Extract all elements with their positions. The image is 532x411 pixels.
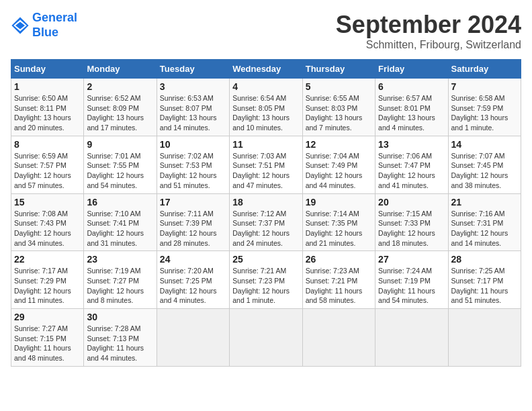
day-info: Sunrise: 6:55 AM Sunset: 8:03 PM Dayligh… bbox=[306, 93, 372, 133]
day-info: Sunrise: 7:20 AM Sunset: 7:25 PM Dayligh… bbox=[160, 266, 226, 306]
table-cell bbox=[375, 309, 448, 367]
week-row-1: 1Sunrise: 6:50 AM Sunset: 8:11 PM Daylig… bbox=[11, 79, 521, 136]
day-info: Sunrise: 6:52 AM Sunset: 8:09 PM Dayligh… bbox=[87, 93, 153, 133]
day-info: Sunrise: 7:16 AM Sunset: 7:31 PM Dayligh… bbox=[451, 209, 518, 248]
page-title: September 2024 bbox=[336, 11, 521, 39]
day-number: 24 bbox=[160, 254, 226, 265]
table-cell: 5Sunrise: 6:55 AM Sunset: 8:03 PM Daylig… bbox=[302, 79, 375, 136]
day-number: 8 bbox=[14, 139, 81, 150]
table-cell: 4Sunrise: 6:54 AM Sunset: 8:05 PM Daylig… bbox=[230, 79, 302, 136]
table-cell: 10Sunrise: 7:02 AM Sunset: 7:53 PM Dayli… bbox=[157, 136, 229, 193]
day-number: 26 bbox=[306, 254, 372, 265]
table-cell: 15Sunrise: 7:08 AM Sunset: 7:43 PM Dayli… bbox=[11, 193, 84, 251]
day-number: 30 bbox=[87, 312, 153, 322]
day-number: 12 bbox=[306, 139, 372, 150]
table-cell: 13Sunrise: 7:06 AM Sunset: 7:47 PM Dayli… bbox=[375, 136, 448, 193]
table-cell: 27Sunrise: 7:24 AM Sunset: 7:19 PM Dayli… bbox=[375, 251, 448, 309]
table-cell: 19Sunrise: 7:14 AM Sunset: 7:35 PM Dayli… bbox=[302, 193, 375, 251]
col-wednesday: Wednesday bbox=[230, 60, 302, 79]
day-number: 10 bbox=[160, 139, 226, 150]
day-number: 15 bbox=[14, 197, 81, 208]
table-cell: 2Sunrise: 6:52 AM Sunset: 8:09 PM Daylig… bbox=[84, 79, 157, 136]
table-cell bbox=[448, 309, 521, 367]
day-info: Sunrise: 7:12 AM Sunset: 7:37 PM Dayligh… bbox=[232, 209, 299, 248]
day-number: 1 bbox=[14, 81, 81, 92]
day-number: 7 bbox=[451, 81, 518, 92]
logo-text: General Blue bbox=[32, 11, 77, 40]
day-number: 16 bbox=[87, 197, 153, 208]
table-cell: 26Sunrise: 7:23 AM Sunset: 7:21 PM Dayli… bbox=[302, 251, 375, 309]
table-cell: 20Sunrise: 7:15 AM Sunset: 7:33 PM Dayli… bbox=[375, 193, 448, 251]
col-sunday: Sunday bbox=[11, 60, 84, 79]
day-info: Sunrise: 7:03 AM Sunset: 7:51 PM Dayligh… bbox=[232, 151, 299, 191]
day-info: Sunrise: 6:59 AM Sunset: 7:57 PM Dayligh… bbox=[14, 151, 81, 191]
day-info: Sunrise: 6:50 AM Sunset: 8:11 PM Dayligh… bbox=[14, 93, 81, 133]
table-cell: 17Sunrise: 7:11 AM Sunset: 7:39 PM Dayli… bbox=[157, 193, 229, 251]
table-cell: 24Sunrise: 7:20 AM Sunset: 7:25 PM Dayli… bbox=[157, 251, 229, 309]
day-info: Sunrise: 7:11 AM Sunset: 7:39 PM Dayligh… bbox=[160, 209, 226, 248]
table-cell: 30Sunrise: 7:28 AM Sunset: 7:13 PM Dayli… bbox=[84, 309, 157, 367]
table-cell: 11Sunrise: 7:03 AM Sunset: 7:51 PM Dayli… bbox=[230, 136, 302, 193]
day-number: 17 bbox=[160, 197, 226, 208]
week-row-2: 8Sunrise: 6:59 AM Sunset: 7:57 PM Daylig… bbox=[11, 136, 521, 193]
day-number: 28 bbox=[451, 254, 518, 265]
day-info: Sunrise: 7:01 AM Sunset: 7:55 PM Dayligh… bbox=[87, 151, 153, 191]
table-cell: 14Sunrise: 7:07 AM Sunset: 7:45 PM Dayli… bbox=[448, 136, 521, 193]
table-cell: 6Sunrise: 6:57 AM Sunset: 8:01 PM Daylig… bbox=[375, 79, 448, 136]
week-row-3: 15Sunrise: 7:08 AM Sunset: 7:43 PM Dayli… bbox=[11, 193, 521, 251]
day-number: 14 bbox=[451, 139, 518, 150]
day-info: Sunrise: 7:07 AM Sunset: 7:45 PM Dayligh… bbox=[451, 151, 518, 191]
header-row: Sunday Monday Tuesday Wednesday Thursday… bbox=[11, 60, 521, 79]
table-cell: 12Sunrise: 7:04 AM Sunset: 7:49 PM Dayli… bbox=[302, 136, 375, 193]
table-cell: 16Sunrise: 7:10 AM Sunset: 7:41 PM Dayli… bbox=[84, 193, 157, 251]
table-cell: 18Sunrise: 7:12 AM Sunset: 7:37 PM Dayli… bbox=[230, 193, 302, 251]
table-cell: 3Sunrise: 6:53 AM Sunset: 8:07 PM Daylig… bbox=[157, 79, 229, 136]
col-saturday: Saturday bbox=[448, 60, 521, 79]
day-number: 19 bbox=[306, 197, 372, 208]
logo-icon bbox=[11, 16, 30, 35]
day-number: 20 bbox=[378, 197, 445, 208]
day-info: Sunrise: 7:25 AM Sunset: 7:17 PM Dayligh… bbox=[451, 266, 518, 306]
day-info: Sunrise: 7:23 AM Sunset: 7:21 PM Dayligh… bbox=[306, 266, 372, 306]
table-cell: 22Sunrise: 7:17 AM Sunset: 7:29 PM Dayli… bbox=[11, 251, 84, 309]
day-info: Sunrise: 6:53 AM Sunset: 8:07 PM Dayligh… bbox=[160, 93, 226, 133]
day-number: 9 bbox=[87, 139, 153, 150]
day-number: 18 bbox=[232, 197, 299, 208]
day-number: 29 bbox=[14, 312, 81, 322]
day-info: Sunrise: 7:06 AM Sunset: 7:47 PM Dayligh… bbox=[378, 151, 445, 191]
day-number: 13 bbox=[378, 139, 445, 150]
week-row-5: 29Sunrise: 7:27 AM Sunset: 7:15 PM Dayli… bbox=[11, 309, 521, 367]
day-info: Sunrise: 7:17 AM Sunset: 7:29 PM Dayligh… bbox=[14, 266, 81, 306]
day-info: Sunrise: 7:15 AM Sunset: 7:33 PM Dayligh… bbox=[378, 209, 445, 248]
day-number: 3 bbox=[160, 81, 226, 92]
week-row-4: 22Sunrise: 7:17 AM Sunset: 7:29 PM Dayli… bbox=[11, 251, 521, 309]
col-friday: Friday bbox=[375, 60, 448, 79]
day-info: Sunrise: 7:08 AM Sunset: 7:43 PM Dayligh… bbox=[14, 209, 81, 248]
table-cell bbox=[157, 309, 229, 367]
day-info: Sunrise: 6:57 AM Sunset: 8:01 PM Dayligh… bbox=[378, 93, 445, 133]
day-info: Sunrise: 7:10 AM Sunset: 7:41 PM Dayligh… bbox=[87, 209, 153, 248]
day-info: Sunrise: 7:19 AM Sunset: 7:27 PM Dayligh… bbox=[87, 266, 153, 306]
day-number: 5 bbox=[306, 81, 372, 92]
calendar-table: Sunday Monday Tuesday Wednesday Thursday… bbox=[11, 59, 521, 367]
day-number: 6 bbox=[378, 81, 445, 92]
table-cell bbox=[230, 309, 302, 367]
table-cell: 29Sunrise: 7:27 AM Sunset: 7:15 PM Dayli… bbox=[11, 309, 84, 367]
day-number: 2 bbox=[87, 81, 153, 92]
day-number: 25 bbox=[232, 254, 299, 265]
table-cell: 25Sunrise: 7:21 AM Sunset: 7:23 PM Dayli… bbox=[230, 251, 302, 309]
title-area: September 2024 Schmitten, Fribourg, Swit… bbox=[336, 11, 521, 51]
col-thursday: Thursday bbox=[302, 60, 375, 79]
day-info: Sunrise: 7:27 AM Sunset: 7:15 PM Dayligh… bbox=[14, 324, 81, 363]
day-info: Sunrise: 6:58 AM Sunset: 7:59 PM Dayligh… bbox=[451, 93, 518, 133]
day-info: Sunrise: 6:54 AM Sunset: 8:05 PM Dayligh… bbox=[232, 93, 299, 133]
table-cell: 28Sunrise: 7:25 AM Sunset: 7:17 PM Dayli… bbox=[448, 251, 521, 309]
day-number: 4 bbox=[232, 81, 299, 92]
table-cell: 7Sunrise: 6:58 AM Sunset: 7:59 PM Daylig… bbox=[448, 79, 521, 136]
day-info: Sunrise: 7:04 AM Sunset: 7:49 PM Dayligh… bbox=[306, 151, 372, 191]
page-header: General Blue September 2024 Schmitten, F… bbox=[11, 11, 521, 51]
day-number: 21 bbox=[451, 197, 518, 208]
day-number: 22 bbox=[14, 254, 81, 265]
table-cell: 8Sunrise: 6:59 AM Sunset: 7:57 PM Daylig… bbox=[11, 136, 84, 193]
day-number: 27 bbox=[378, 254, 445, 265]
